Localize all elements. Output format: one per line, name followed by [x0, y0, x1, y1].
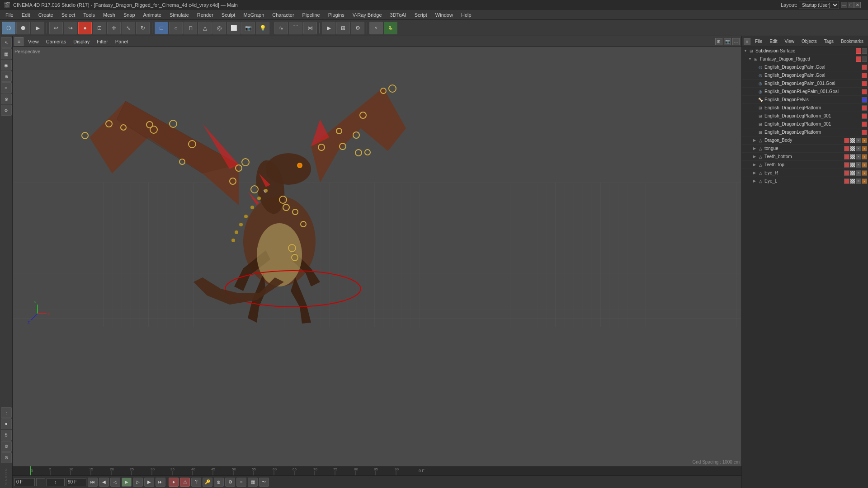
- tree-item-eye-l[interactable]: ▶ △ Eye_L ✕ ●: [742, 177, 868, 185]
- obj-col5[interactable]: [862, 97, 867, 103]
- obj-col2[interactable]: [862, 73, 867, 78]
- obj-x6[interactable]: ✕: [856, 178, 861, 184]
- layout-select[interactable]: Startup (User): [799, 1, 839, 9]
- prev-frame-button[interactable]: ◁: [110, 478, 120, 487]
- minimize-button[interactable]: —: [841, 2, 847, 8]
- obj-col13[interactable]: [844, 162, 849, 168]
- vp-camera-ctrl[interactable]: 📷: [724, 38, 731, 45]
- frame-step-input[interactable]: [36, 478, 45, 486]
- tool-live-selection[interactable]: ●: [78, 22, 92, 34]
- viewport-menu-handle[interactable]: ≡: [14, 37, 24, 46]
- next-key-button[interactable]: ▶: [144, 478, 154, 487]
- tool-light[interactable]: 💡: [256, 22, 269, 34]
- obj-icon-check2[interactable]: [856, 56, 861, 62]
- obj-x5[interactable]: ✕: [856, 170, 861, 176]
- tool-camera[interactable]: 📷: [241, 22, 255, 34]
- current-frame-input[interactable]: [14, 478, 35, 486]
- menu-3dtoai[interactable]: 3DToAI: [387, 11, 410, 19]
- vp-menu-view[interactable]: View: [25, 38, 42, 45]
- obj-menu-objects[interactable]: Objects: [799, 38, 820, 45]
- obj-dot6[interactable]: ●: [862, 178, 867, 184]
- obj-x4[interactable]: ✕: [856, 162, 861, 168]
- menu-help[interactable]: Help: [458, 11, 475, 19]
- menu-select[interactable]: Select: [58, 11, 79, 19]
- obj-checker4[interactable]: [850, 162, 855, 168]
- key-settings[interactable]: ⚙: [225, 478, 235, 487]
- menu-mesh[interactable]: Mesh: [99, 11, 119, 19]
- obj-col14[interactable]: [844, 170, 849, 176]
- menu-animate[interactable]: Animate: [140, 11, 165, 19]
- tool-cylinder[interactable]: ⊓: [184, 22, 197, 34]
- tree-item-dragon-root[interactable]: ▼ ⊞ Fantasy_Dragon_Rigged: [742, 55, 868, 63]
- obj-checker2[interactable]: [850, 146, 855, 151]
- tree-item-dragon-body[interactable]: ▶ △ Dragon_Body ✕ ●: [742, 136, 868, 145]
- vp-zoom-extents[interactable]: ⊞: [715, 38, 722, 45]
- tool-redo[interactable]: ↪: [64, 22, 77, 34]
- tree-item-legplatform3[interactable]: ⊞ English_DragonLegPlatform_001: [742, 120, 868, 128]
- obj-col[interactable]: [862, 65, 867, 70]
- sidebar-tool-7[interactable]: ⚙: [1, 105, 12, 116]
- obj-col15[interactable]: [844, 178, 849, 184]
- close-button[interactable]: ✕: [854, 2, 861, 8]
- sidebar-tool-3[interactable]: ◉: [1, 60, 12, 70]
- sidebar-tool-2[interactable]: ▦: [1, 48, 12, 59]
- tool-rect-selection[interactable]: ⊡: [93, 22, 106, 34]
- viewport[interactable]: X Y Z Perspective Grid Spacing : 1000 cm: [13, 47, 741, 466]
- menu-simulate[interactable]: Simulate: [166, 11, 193, 19]
- menu-edit[interactable]: Edit: [18, 11, 34, 19]
- tree-item-legpalm3[interactable]: ◎ English_DragonLegPalm_001.Goal: [742, 80, 868, 88]
- key-add[interactable]: 🔑: [203, 478, 212, 487]
- menu-vray[interactable]: V-Ray Bridge: [349, 11, 386, 19]
- tool-cone[interactable]: △: [198, 22, 212, 34]
- tool-floor[interactable]: ⬜: [227, 22, 241, 34]
- tool-animate[interactable]: ▶: [31, 22, 44, 34]
- tool-deform[interactable]: ⋈: [303, 22, 317, 34]
- obj-x3[interactable]: ✕: [856, 154, 861, 160]
- menu-snap[interactable]: Snap: [120, 11, 139, 19]
- tool-vray-logo[interactable]: V: [369, 22, 383, 34]
- obj-col10[interactable]: [844, 138, 849, 143]
- tool-move[interactable]: ✛: [107, 22, 121, 34]
- tool-undo[interactable]: ↩: [49, 22, 63, 34]
- tree-item-pelvis[interactable]: 🦴 English_DragonPelvis: [742, 96, 868, 104]
- tree-item-legplatform1[interactable]: ⊞ English_DragonLegPlatform: [742, 104, 868, 112]
- obj-col8[interactable]: [862, 122, 867, 127]
- obj-col4[interactable]: [862, 89, 867, 94]
- tree-item-tongue[interactable]: ▶ △ tongue ✕ ●: [742, 145, 868, 153]
- end-frame-input[interactable]: [66, 478, 86, 486]
- object-tree[interactable]: ▼ ⊞ Subdivision Surface ▼ ⊞ Fantasy_Drag…: [742, 47, 868, 488]
- vp-menu-display[interactable]: Display: [71, 38, 92, 45]
- obj-dot3[interactable]: ●: [862, 154, 867, 160]
- sidebar-tool-4[interactable]: ⊕: [1, 71, 12, 82]
- tool-spline[interactable]: ∿: [274, 22, 288, 34]
- sidebar-tool-1[interactable]: ↖: [1, 37, 12, 48]
- auto-key-button[interactable]: ⚠: [180, 478, 190, 487]
- menu-sculpt[interactable]: Sculpt: [218, 11, 239, 19]
- tool-cube[interactable]: □: [155, 22, 168, 34]
- obj-dot2[interactable]: ●: [862, 146, 867, 151]
- go-start-button[interactable]: ⏮: [88, 478, 98, 487]
- obj-col3[interactable]: [862, 81, 867, 86]
- tool-render-region[interactable]: ⊞: [336, 22, 350, 34]
- vp-menu-filter[interactable]: Filter: [94, 38, 110, 45]
- sidebar-tool-6[interactable]: ⊗: [1, 94, 12, 104]
- obj-icon-vis2[interactable]: [862, 56, 867, 62]
- tree-item-teeth-bottom[interactable]: ▶ △ Teeth_bottom ✕ ●: [742, 153, 868, 161]
- obj-menu-view[interactable]: View: [782, 38, 797, 45]
- help-button[interactable]: ?: [191, 478, 201, 487]
- obj-col6[interactable]: [862, 105, 867, 111]
- tool-render-settings[interactable]: ⚙: [351, 22, 364, 34]
- obj-dot4[interactable]: ●: [862, 162, 867, 168]
- sidebar-tool-bottom-5[interactable]: ⊙: [1, 452, 12, 463]
- vp-more[interactable]: …: [732, 38, 740, 45]
- obj-menu-bookmarks[interactable]: Bookmarks: [838, 38, 866, 45]
- tool-sphere[interactable]: ○: [169, 22, 183, 34]
- key-remove[interactable]: 🗑: [214, 478, 224, 487]
- menu-plugins[interactable]: Plugins: [325, 11, 348, 19]
- menu-window[interactable]: Window: [432, 11, 457, 19]
- obj-menu-edit[interactable]: Edit: [767, 38, 780, 45]
- tool-python[interactable]: 🐍: [384, 22, 397, 34]
- tool-vray-render[interactable]: ▶: [322, 22, 335, 34]
- fcurve[interactable]: 〜: [259, 478, 269, 487]
- obj-col7[interactable]: [862, 113, 867, 119]
